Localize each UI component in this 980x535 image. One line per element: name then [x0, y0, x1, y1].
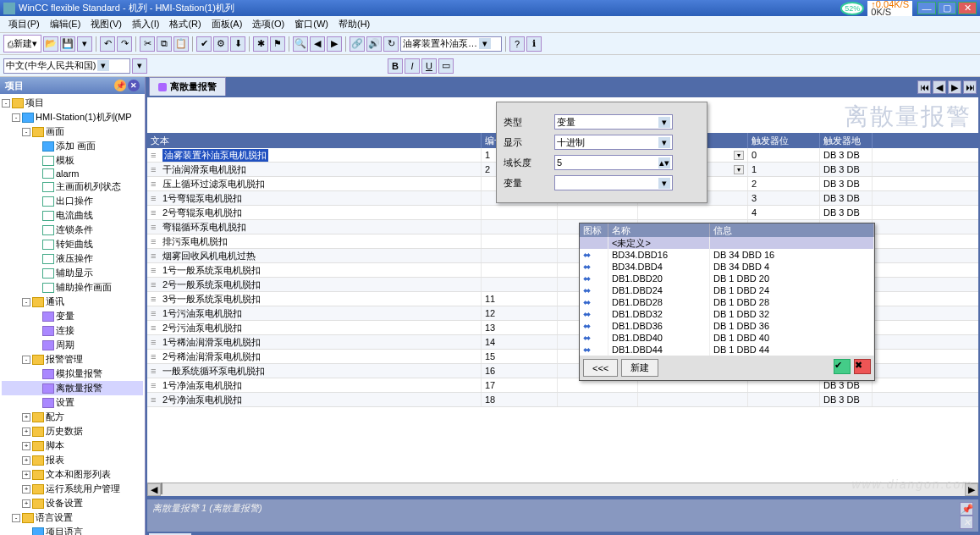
tree-node[interactable]: 连接: [2, 323, 143, 338]
grid-row[interactable]: ≡2号净油泵电机脱扣18DB 3 DB: [147, 393, 978, 407]
grid-cell[interactable]: 4: [748, 206, 820, 219]
new-button[interactable]: ⎙ 新建 ▾: [3, 35, 41, 52]
list-row[interactable]: <未定义>: [580, 237, 874, 249]
grid-cell[interactable]: ≡1号污油泵电机脱扣: [147, 306, 482, 320]
tab-nav-next-icon[interactable]: ▶: [948, 80, 961, 94]
project-tree[interactable]: -项目-HMI-Station(1)机列(MP-画面添加 画面模板alarm主画…: [0, 94, 145, 535]
italic-button[interactable]: I: [405, 58, 420, 74]
grid-cell[interactable]: DB 3 DB: [820, 393, 873, 406]
menu-item[interactable]: 选项(O): [247, 16, 289, 32]
grid-cell[interactable]: ≡烟雾回收风机电机过热: [147, 249, 482, 262]
grid-cell[interactable]: ≡1号净油泵电机脱扣: [147, 378, 482, 392]
grid-cell[interactable]: DB 3 DB: [820, 148, 873, 162]
grid-cell[interactable]: [482, 206, 558, 219]
open-icon[interactable]: 📂: [43, 36, 58, 52]
tree-node[interactable]: -项目: [2, 96, 143, 110]
tree-node[interactable]: -HMI-Station(1)机列(MP: [2, 110, 143, 124]
menu-item[interactable]: 帮助(H): [333, 16, 375, 32]
grid-col-header[interactable]: 触发器地: [820, 133, 873, 148]
minimize-button[interactable]: —: [917, 2, 936, 14]
menu-item[interactable]: 插入(I): [127, 16, 164, 32]
grid-cell[interactable]: DB 3 DB: [820, 177, 873, 190]
list-row[interactable]: ⬌DB1.DBD40DB 1 DBD 40: [580, 332, 874, 344]
grid-cell[interactable]: DB 3 DB: [820, 191, 873, 205]
popup-input[interactable]: 5▴▾: [554, 155, 673, 170]
grid-cell[interactable]: ≡1号弯辊泵电机脱扣: [147, 191, 482, 205]
tree-node[interactable]: 辅助显示: [2, 266, 143, 280]
grid-cell[interactable]: 15: [482, 350, 558, 363]
redo-icon[interactable]: ↷: [117, 36, 132, 52]
download-icon[interactable]: ⬇: [230, 36, 245, 52]
grid-cell[interactable]: ≡1号一般系统泵电机脱扣: [147, 263, 482, 277]
grid-row[interactable]: ≡2号弯辊泵电机脱扣4DB 3 DB: [147, 206, 978, 220]
tab-nav-first-icon[interactable]: ⏮: [917, 80, 931, 94]
grid-cell[interactable]: 17: [482, 378, 558, 392]
saveall-icon[interactable]: ▾: [77, 36, 92, 52]
list-back-button[interactable]: <<<: [583, 359, 618, 377]
link-icon[interactable]: 🔗: [350, 36, 365, 52]
grid-cell[interactable]: [748, 393, 820, 406]
grid-cell[interactable]: ≡弯辊循环泵电机脱扣: [147, 220, 482, 234]
grid-cell[interactable]: ≡2号弯辊泵电机脱扣: [147, 206, 482, 219]
list-col-name[interactable]: 名称: [608, 223, 710, 237]
field-button[interactable]: ▭: [438, 58, 454, 74]
bold-icon[interactable]: ✱: [253, 36, 268, 52]
tree-node[interactable]: 变量: [2, 309, 143, 323]
tree-node[interactable]: 离散量报警: [2, 381, 143, 395]
underline-button[interactable]: U: [421, 58, 437, 74]
grid-cell[interactable]: 14: [482, 335, 558, 349]
grid-cell[interactable]: [638, 206, 748, 219]
sidebar-close-icon[interactable]: ✕: [128, 80, 140, 91]
grid-cell[interactable]: 3: [748, 191, 820, 205]
tree-node[interactable]: alarm: [2, 168, 143, 179]
sync-icon[interactable]: ↻: [383, 36, 399, 52]
tab-discrete-alarms[interactable]: 离散量报警: [149, 77, 226, 96]
tree-node[interactable]: -语言设置: [2, 510, 143, 525]
tree-node[interactable]: 主画面机列状态: [2, 179, 143, 194]
grid-col-header[interactable]: 文本: [147, 133, 482, 148]
tree-node[interactable]: -通讯: [2, 295, 143, 309]
list-col-icon[interactable]: 图标: [580, 223, 608, 237]
nav-fwd-icon[interactable]: ▶: [327, 36, 342, 52]
grid-cell[interactable]: ≡2号稀油润滑泵电机脱扣: [147, 350, 482, 363]
grid-cell[interactable]: ≡一般系统循环泵电机脱扣: [147, 364, 482, 378]
grid-col-header[interactable]: 触发器位: [748, 133, 820, 148]
cut-icon[interactable]: ✂: [140, 36, 155, 52]
list-ok-button[interactable]: ✔: [834, 359, 851, 374]
tree-node[interactable]: 周期: [2, 338, 143, 352]
tree-node[interactable]: 辅助操作画面: [2, 280, 143, 295]
save-icon[interactable]: 💾: [60, 36, 75, 52]
grid-cell[interactable]: ≡2号净油泵电机脱扣: [147, 393, 482, 406]
menu-item[interactable]: 格式(R): [164, 16, 206, 32]
tree-node[interactable]: 添加 画面: [2, 139, 143, 153]
language-combo[interactable]: 中文(中华人民共和国)▾: [3, 58, 130, 74]
tree-node[interactable]: +报表: [2, 453, 143, 467]
tree-node[interactable]: 模拟量报警: [2, 367, 143, 381]
tree-node[interactable]: 出口操作: [2, 194, 143, 208]
tree-node[interactable]: +文本和图形列表: [2, 467, 143, 482]
lang-tool-icon[interactable]: ▾: [132, 58, 147, 74]
audio-icon[interactable]: 🔊: [366, 36, 382, 52]
object-combo[interactable]: 油雾装置补油泵…▾: [400, 36, 502, 52]
grid-cell[interactable]: [482, 249, 558, 262]
tree-node[interactable]: 模板: [2, 153, 143, 168]
menu-item[interactable]: 项目(P): [3, 16, 45, 32]
grid-cell[interactable]: [482, 263, 558, 277]
list-row[interactable]: ⬌BD34.DBD4DB 34 DBD 4: [580, 261, 874, 273]
undo-icon[interactable]: ↶: [100, 36, 115, 52]
tree-node[interactable]: +运行系统用户管理: [2, 482, 143, 496]
grid-cell[interactable]: ≡压上循环过滤泵电机脱扣: [147, 177, 482, 190]
grid-cell[interactable]: [482, 234, 558, 248]
list-row[interactable]: ⬌DB1.DBD20DB 1 DBD 20: [580, 273, 874, 284]
copy-icon[interactable]: ⧉: [157, 36, 172, 52]
tree-node[interactable]: +历史数据: [2, 424, 143, 438]
compile-icon[interactable]: ⚙: [213, 36, 228, 52]
list-new-button[interactable]: 新建: [621, 359, 658, 377]
grid-cell[interactable]: ≡排污泵电机脱扣: [147, 234, 482, 248]
menu-item[interactable]: 视图(V): [85, 16, 127, 32]
tree-node[interactable]: +脚本: [2, 438, 143, 453]
grid-cell[interactable]: 18: [482, 393, 558, 406]
tree-node[interactable]: 项目语言: [2, 525, 143, 535]
tree-node[interactable]: -报警管理: [2, 352, 143, 367]
grid-cell[interactable]: ≡干油润滑泵电机脱扣: [147, 163, 482, 176]
